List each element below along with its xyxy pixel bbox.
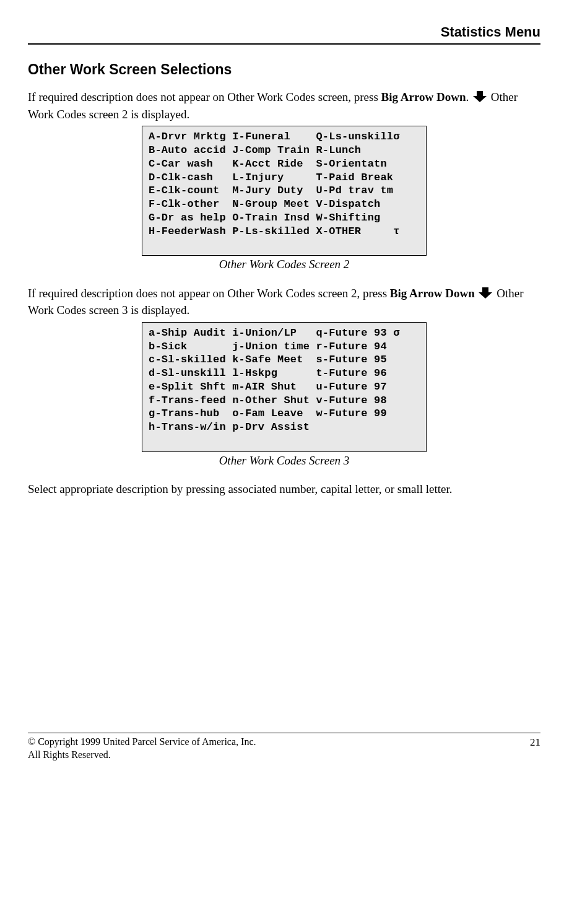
svg-rect-2 bbox=[482, 287, 488, 293]
paragraph-2: If required description does not appear … bbox=[28, 285, 540, 318]
svg-rect-0 bbox=[477, 91, 483, 97]
svg-marker-1 bbox=[473, 96, 487, 102]
para2-bold: Big Arrow Down bbox=[390, 287, 475, 300]
svg-marker-3 bbox=[479, 292, 492, 299]
paragraph-3: Select appropriate description by pressi… bbox=[28, 481, 540, 497]
big-arrow-down-icon bbox=[472, 90, 488, 107]
header-rule bbox=[28, 43, 540, 45]
para2-text-a: If required description does not appear … bbox=[28, 287, 390, 300]
footer-page-number: 21 bbox=[530, 736, 540, 762]
footer-rights: All Rights Reserved. bbox=[28, 749, 256, 762]
screen-2-caption: Other Work Codes Screen 2 bbox=[28, 257, 540, 272]
page-header-title: Statistics Menu bbox=[28, 24, 540, 41]
screen-3-box: a-Ship Audit i-Union/LP q-Future 93 σ b-… bbox=[142, 322, 427, 452]
footer-rule bbox=[28, 733, 540, 733]
section-heading: Other Work Screen Selections bbox=[28, 61, 540, 79]
footer-copyright: © Copyright 1999 United Parcel Service o… bbox=[28, 736, 256, 749]
big-arrow-down-icon bbox=[477, 287, 493, 303]
para1-bold: Big Arrow Down bbox=[381, 90, 466, 103]
para1-text-a: If required description does not appear … bbox=[28, 90, 381, 103]
screen-2-box: A-Drvr Mrktg I-Funeral Q-Ls-unskillσ B-A… bbox=[142, 126, 427, 256]
screen-3-caption: Other Work Codes Screen 3 bbox=[28, 453, 540, 468]
para1-text-b: . bbox=[466, 90, 472, 103]
page-footer: © Copyright 1999 United Parcel Service o… bbox=[28, 733, 540, 762]
paragraph-1: If required description does not appear … bbox=[28, 89, 540, 122]
